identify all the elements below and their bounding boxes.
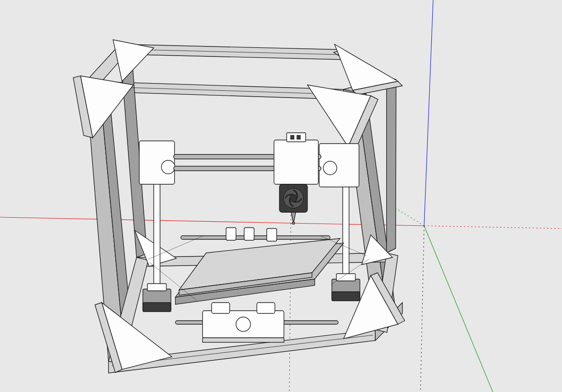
svg-line-3 <box>424 226 493 392</box>
svg-rect-67 <box>267 229 277 241</box>
svg-point-60 <box>290 195 297 202</box>
svg-marker-18 <box>387 77 396 253</box>
svg-marker-61 <box>291 212 296 221</box>
model-viewport[interactable] <box>0 0 562 392</box>
part-cooling-fan <box>279 184 307 212</box>
svg-point-49 <box>161 160 175 174</box>
svg-rect-43 <box>147 284 166 291</box>
svg-line-4 <box>424 0 433 226</box>
svg-rect-74 <box>257 303 275 313</box>
svg-rect-65 <box>226 228 236 240</box>
svg-rect-54 <box>274 140 318 184</box>
bed-carriage <box>203 303 284 342</box>
svg-point-51 <box>323 161 337 175</box>
svg-rect-66 <box>244 228 254 240</box>
build-plate <box>175 238 344 304</box>
svg-rect-76 <box>203 338 284 342</box>
model-3d-printer[interactable] <box>54 32 425 375</box>
svg-rect-73 <box>212 303 230 313</box>
x-gantry <box>139 141 359 187</box>
hotend-carriage <box>274 133 318 224</box>
svg-line-1 <box>424 226 562 229</box>
svg-rect-46 <box>332 292 360 301</box>
svg-rect-57 <box>297 135 301 140</box>
svg-point-62 <box>292 222 295 224</box>
svg-point-75 <box>236 317 250 331</box>
svg-rect-56 <box>290 135 294 140</box>
svg-rect-55 <box>287 133 306 142</box>
svg-rect-42 <box>143 303 171 312</box>
svg-rect-63 <box>181 236 330 239</box>
